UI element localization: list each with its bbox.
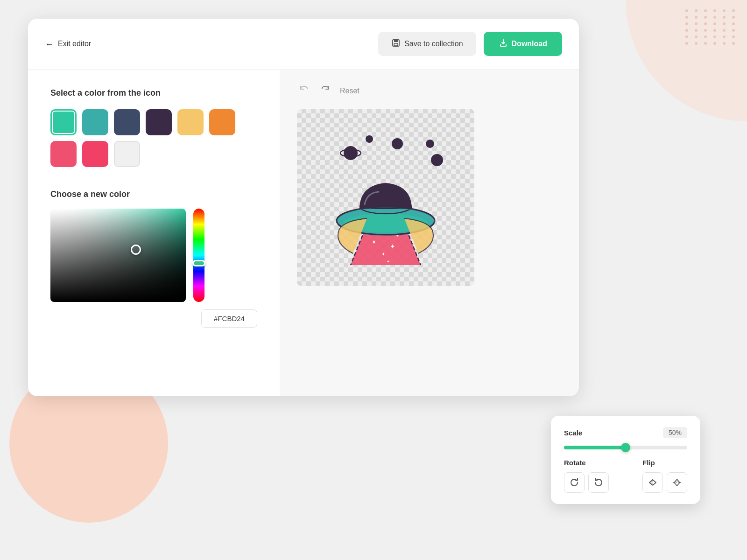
svg-text:✦: ✦ [387, 259, 390, 264]
scale-label: Scale [564, 429, 582, 437]
canvas-toolbar: Reset [297, 83, 562, 99]
gradient-overlay [50, 209, 186, 302]
color-swatch-yellow[interactable] [177, 109, 204, 135]
header-actions: Save to collection Download [378, 32, 562, 56]
svg-point-4 [347, 149, 354, 157]
rotate-section: Rotate [564, 459, 609, 493]
flip-vertical-button[interactable] [667, 472, 687, 493]
color-swatch-dark-purple[interactable] [146, 109, 172, 135]
svg-rect-2 [394, 43, 398, 46]
download-button[interactable]: Download [484, 32, 562, 56]
color-editor-panel: Select a color from the icon Choose a ne… [28, 70, 280, 396]
exit-editor-label: Exit editor [58, 40, 91, 48]
rotate-buttons [564, 472, 609, 493]
flip-horizontal-button[interactable] [642, 472, 663, 493]
color-swatch-pink[interactable] [50, 141, 77, 167]
color-swatches-grid [50, 109, 257, 167]
color-swatch-white[interactable] [114, 141, 140, 167]
color-swatch-dark-blue[interactable] [114, 109, 140, 135]
back-arrow-icon: ← [45, 39, 54, 49]
hue-slider[interactable] [193, 209, 204, 302]
icon-canvas[interactable]: ✦ ✦ ✦ ✦ ✦ ✦ [297, 109, 474, 286]
download-label: Download [512, 40, 547, 48]
hex-input-container [50, 309, 257, 328]
select-color-title: Select a color from the icon [50, 88, 257, 98]
scale-slider[interactable] [564, 446, 687, 449]
svg-point-6 [431, 154, 443, 166]
scale-row: Scale 50% [564, 427, 687, 438]
color-swatch-teal-light[interactable] [50, 109, 77, 135]
reset-button[interactable]: Reset [340, 87, 359, 95]
color-gradient-box[interactable] [50, 209, 186, 302]
canvas-panel: Reset [280, 70, 579, 396]
rotate-label: Rotate [564, 459, 609, 467]
exit-editor-button[interactable]: ← Exit editor [45, 39, 91, 49]
properties-panel: Scale 50% Rotate [551, 416, 700, 504]
rotate-flip-section: Rotate Flip [564, 459, 687, 493]
svg-point-5 [392, 138, 403, 149]
dot-grid [685, 9, 738, 45]
svg-text:✦: ✦ [381, 252, 385, 257]
save-to-collection-button[interactable]: Save to collection [378, 32, 476, 56]
save-collection-label: Save to collection [404, 40, 463, 48]
download-icon [499, 38, 508, 49]
scale-slider-fill [564, 446, 626, 449]
editor-header: ← Exit editor Save to collection [28, 19, 579, 70]
color-swatch-teal[interactable] [82, 109, 108, 135]
color-picker [50, 209, 257, 302]
rotate-clockwise-button[interactable] [564, 472, 585, 493]
svg-text:✦: ✦ [390, 243, 395, 250]
svg-point-7 [426, 140, 434, 148]
scale-value: 50% [663, 427, 687, 438]
hue-slider-handle[interactable] [192, 260, 205, 266]
redo-button[interactable] [318, 83, 332, 99]
editor-body: Select a color from the icon Choose a ne… [28, 70, 579, 396]
flip-buttons [642, 472, 687, 493]
svg-text:✦: ✦ [372, 239, 376, 245]
svg-rect-1 [394, 40, 398, 42]
ufo-illustration: ✦ ✦ ✦ ✦ ✦ ✦ [306, 118, 465, 277]
flip-section: Flip [642, 459, 687, 493]
hex-color-input[interactable] [201, 309, 257, 328]
color-swatch-red[interactable] [82, 141, 108, 167]
choose-color-title: Choose a new color [50, 189, 257, 199]
flip-label: Flip [642, 459, 687, 467]
svg-point-8 [366, 135, 373, 143]
save-icon [391, 38, 401, 49]
scale-slider-thumb[interactable] [621, 443, 630, 452]
undo-button[interactable] [297, 83, 311, 99]
editor-container: ← Exit editor Save to collection [28, 19, 579, 396]
rotate-counter-clockwise-button[interactable] [588, 472, 609, 493]
color-swatch-orange[interactable] [209, 109, 235, 135]
color-picker-handle[interactable] [131, 245, 141, 255]
